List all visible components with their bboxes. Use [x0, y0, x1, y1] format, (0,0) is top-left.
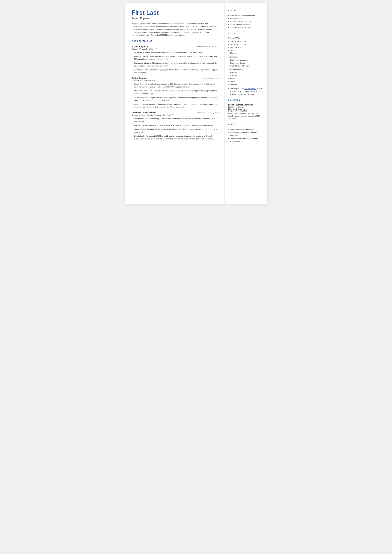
promo-link[interactable]: Resume Worded: [244, 88, 257, 90]
job-title: Project Engineer: [132, 17, 219, 20]
promo-pre: Don't forget to use: [230, 88, 244, 90]
other-section: OTHER PMP-Certified Project Manager. Mem…: [228, 124, 263, 143]
job-block-2: Design Engineer June 2013 – October 2015…: [132, 77, 219, 109]
job-header-3: Technical Sales Engineer August 2010 – J…: [132, 112, 219, 114]
contact-header: CONTACT: [228, 9, 263, 12]
job-company-3: Resume Worded's Exciting Company, New Yo…: [132, 114, 219, 116]
education-header: EDUCATION: [228, 99, 263, 102]
skill-item: MATLAB (Advanced): [228, 40, 263, 43]
skill-item: InDesign: [228, 74, 263, 77]
job-title-3: Technical Sales Engineer: [132, 112, 156, 114]
skills-section: SKILLS Technical Skills: MATLAB (Advance…: [228, 33, 263, 95]
bullet-item: Constructed and deployed electrical cont…: [132, 96, 219, 102]
tools-label: Tools and Software:: [228, 69, 263, 70]
education-section: EDUCATION Resume Worded University Bache…: [228, 99, 263, 120]
job-bullets-1: Delivered 10 multimillion-dollar project…: [132, 51, 219, 74]
job-title-2: Design Engineer: [132, 77, 148, 79]
job-bullets-3: Improved customer revenue by $1.5M every…: [132, 117, 219, 140]
other-item: Member, National Society of Future Engin…: [228, 131, 263, 137]
skill-item: SOLIDWORKS: [228, 46, 263, 49]
job-company-1: Resume Worded, New York, NY: [132, 48, 219, 50]
bullet-item: Boosted sales from start to $700K in jus…: [132, 135, 219, 140]
edu-degree: Bachelor of Science: [228, 106, 263, 108]
contact-item: linkedin.com/in/username: [228, 23, 263, 26]
left-column: First Last Project Engineer Project Engi…: [125, 3, 224, 204]
edu-location: Boston, MA — July 2010: [228, 110, 263, 112]
other-item: PMP-Certified Project Manager.: [228, 128, 263, 131]
other-header: OTHER: [228, 124, 263, 126]
job-title-1: Project Engineer: [132, 45, 148, 48]
bullet-item: Improved customer revenue by $1.5M every…: [132, 117, 219, 123]
resume-page: First Last Project Engineer Project Engi…: [125, 3, 267, 204]
other-item: Certified Professional in Engineering Ma…: [228, 137, 263, 143]
bullet-item: Partnered with 50 contractors and succes…: [132, 55, 219, 61]
edu-field: Electrical Engineering: [228, 108, 263, 110]
skill-item: Illustrator: [228, 83, 263, 86]
edu-school: Resume Worded University: [228, 104, 263, 106]
bullet-item: Secured $200K for a new facility that he…: [132, 128, 219, 133]
job-dates-3: August 2010 – January 2013: [195, 112, 218, 114]
bullet-item: Assisted the line supervisor in the acqu…: [132, 124, 219, 127]
other-list: PMP-Certified Project Manager. Member, N…: [228, 128, 263, 143]
bullet-item: Supervised a team of 23 engineers by ins…: [132, 62, 219, 67]
right-column: CONTACT Nashville, TN (Open to Remote) +…: [224, 3, 267, 204]
skill-item: CATIA (Experienced): [228, 43, 263, 46]
skill-item: Civil 3D: [228, 80, 263, 83]
job-header-1: Project Engineer November 2015 – Present: [132, 45, 219, 48]
skill-item: Engineering Management: [228, 59, 263, 62]
skill-item: Engineering Design: [228, 62, 263, 65]
technical-skills-list: MATLAB (Advanced) CATIA (Experienced) SO…: [228, 40, 263, 55]
skill-item: Bluebeam: [228, 52, 263, 55]
job-block-1: Project Engineer November 2015 – Present…: [132, 45, 219, 74]
edu-awards: Awards: Resume Worded Teaching Fellow (o…: [228, 112, 263, 120]
bullet-item: Delivered 10 multimillion-dollar project…: [132, 51, 219, 54]
skill-item: SQL: [228, 49, 263, 52]
techniques-list: Engineering Management Engineering Desig…: [228, 59, 263, 67]
bullet-item: Created innovative technological designs…: [132, 83, 219, 88]
skills-header: SKILLS: [228, 33, 263, 35]
contact-item: email@resumeworded.com: [228, 20, 263, 23]
techniques-label: Techniques:: [228, 56, 263, 58]
bullet-item: Slashed lead times on 15 projects from 1…: [132, 90, 219, 95]
contact-item: Nashville, TN (Open to Remote): [228, 14, 263, 17]
summary: Project Engineer with 9+ years of experi…: [132, 22, 219, 37]
job-dates-1: November 2015 – Present: [197, 46, 218, 48]
skill-item: Control Systems Design: [228, 64, 263, 67]
tools-list: AutoCAD InDesign Sketch Civil 3D Illustr…: [228, 71, 263, 86]
job-company-2: Growthsi, San Francisco, CA: [132, 80, 219, 82]
contact-list: Nashville, TN (Open to Remote) +1-989-55…: [228, 14, 263, 29]
job-dates-2: June 2013 – October 2015: [197, 77, 218, 79]
job-header-2: Design Engineer June 2013 – October 2015: [132, 77, 219, 79]
bullet-item: Collaborated with 5 project managers, an…: [132, 69, 219, 74]
promo-text: Don't forget to use Resume Worded to sca…: [228, 87, 263, 95]
work-experience-header: WORK EXPERIENCE: [132, 40, 219, 43]
technical-label: Technical Skills:: [228, 37, 263, 39]
skill-item: AutoCAD: [228, 71, 263, 74]
name: First Last: [132, 9, 219, 16]
contact-item: +1-989-555-554: [228, 17, 263, 20]
job-bullets-2: Created innovative technological designs…: [132, 83, 219, 109]
job-block-3: Technical Sales Engineer August 2010 – J…: [132, 112, 219, 140]
contact-section: CONTACT Nashville, TN (Open to Remote) +…: [228, 9, 263, 29]
skill-item: Sketch: [228, 77, 263, 80]
contact-item: github.com/resumeworded: [228, 26, 263, 29]
bullet-item: Upgraded quality standards company-wide …: [132, 103, 219, 109]
